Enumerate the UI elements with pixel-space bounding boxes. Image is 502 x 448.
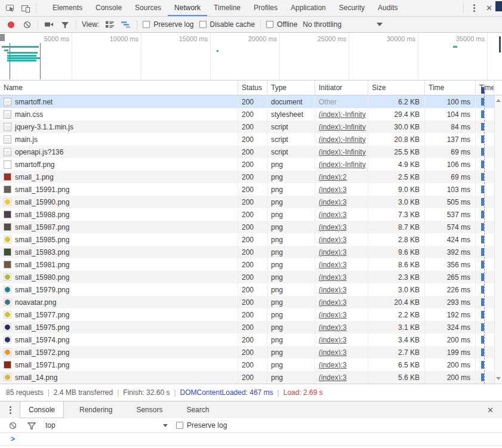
- initiator-link[interactable]: (index):3: [319, 298, 347, 307]
- initiator-link[interactable]: (index):3: [319, 323, 347, 332]
- table-row[interactable]: openapi.js?136200script(index):-Infinity…: [0, 146, 502, 158]
- initiator-link[interactable]: (index):3: [319, 348, 347, 357]
- network-overview[interactable]: 5000 ms10000 ms15000 ms20000 ms25000 ms3…: [0, 33, 502, 81]
- drawer-menu-icon[interactable]: [7, 405, 14, 415]
- console-preserve-log-checkbox[interactable]: [176, 422, 183, 429]
- drawer-tab-console[interactable]: Console: [20, 401, 64, 418]
- table-row[interactable]: noavatar.png200png(index):320.4 KB293 ms: [0, 296, 502, 308]
- tab-sources[interactable]: Sources: [128, 0, 168, 16]
- tab-security[interactable]: Security: [332, 0, 371, 16]
- table-row[interactable]: smartoff.net200documentOther6.2 KB100 ms: [0, 95, 502, 108]
- more-options-icon[interactable]: [471, 3, 478, 13]
- cell-timeline: [476, 308, 494, 321]
- table-row[interactable]: small_15990.png200png(index):33.0 KB505 …: [0, 196, 502, 208]
- drawer-tab-rendering[interactable]: Rendering: [71, 401, 121, 418]
- table-row[interactable]: small_15980.png200png(index):32.3 KB265 …: [0, 271, 502, 283]
- tab-timeline[interactable]: Timeline: [207, 0, 247, 16]
- filter-icon[interactable]: [60, 19, 70, 30]
- initiator-link[interactable]: (index):3: [319, 336, 347, 344]
- table-row[interactable]: small_15974.png200png(index):33.4 KB200 …: [0, 333, 502, 346]
- column-header-name[interactable]: Name: [0, 81, 238, 95]
- column-header-type[interactable]: Type: [267, 81, 315, 95]
- column-header-time[interactable]: Time: [425, 81, 476, 95]
- disable-cache-checkbox[interactable]: [199, 21, 207, 28]
- request-name: small_14.png: [15, 373, 57, 382]
- initiator-link[interactable]: (index):2: [319, 173, 347, 181]
- column-header-status[interactable]: Status: [238, 81, 267, 95]
- scroll-up-icon[interactable]: [496, 99, 501, 102]
- initiator-link[interactable]: (index):3: [319, 261, 347, 269]
- inspect-element-icon[interactable]: [5, 3, 16, 14]
- preserve-log-checkbox[interactable]: [143, 21, 150, 28]
- tab-audits[interactable]: Audits: [371, 0, 404, 16]
- initiator-link[interactable]: (index):3: [319, 273, 347, 282]
- table-row[interactable]: small_15987.png200png(index):38.7 KB574 …: [0, 221, 502, 233]
- initiator-link[interactable]: (index):-Infinity: [319, 135, 366, 144]
- record-network-log-icon[interactable]: [8, 21, 14, 28]
- table-row[interactable]: small_15972.png200png(index):32.7 KB199 …: [0, 346, 502, 359]
- initiator-link[interactable]: (index):3: [319, 223, 347, 231]
- console-filter-icon[interactable]: [26, 420, 37, 431]
- initiator-link[interactable]: (index):3: [319, 186, 347, 194]
- initiator-link[interactable]: (index):-Infinity: [319, 123, 366, 131]
- tab-application[interactable]: Application: [284, 0, 332, 16]
- table-scrollbar[interactable]: [494, 95, 502, 384]
- clear-network-log-icon[interactable]: [21, 19, 32, 30]
- cell-name: noavatar.png: [0, 296, 238, 308]
- screenshot-capture-icon[interactable]: [44, 19, 54, 30]
- table-row[interactable]: small_15977.png200png(index):32.2 KB192 …: [0, 308, 502, 321]
- close-devtools-icon[interactable]: ✕: [485, 3, 494, 13]
- initiator-link[interactable]: (index):3: [319, 373, 347, 382]
- initiator-link[interactable]: (index):3: [319, 248, 347, 257]
- toolbar-separator: [36, 3, 36, 13]
- column-header-timeline[interactable]: Timeline: [476, 81, 494, 95]
- close-drawer-icon[interactable]: ✕: [486, 405, 495, 415]
- tab-console[interactable]: Console: [89, 0, 128, 16]
- initiator-link[interactable]: (index):3: [319, 286, 347, 294]
- overview-window-handle[interactable]: [0, 34, 5, 41]
- tab-network[interactable]: Network: [168, 0, 207, 16]
- execution-context-selector[interactable]: top: [45, 421, 168, 430]
- drawer-tab-search[interactable]: Search: [178, 401, 217, 418]
- summary-load: Load: 2.69 s: [284, 388, 323, 397]
- initiator-link[interactable]: (index):3: [319, 211, 347, 219]
- console-prompt-row[interactable]: >: [0, 433, 502, 446]
- scroll-down-icon[interactable]: [496, 377, 501, 380]
- list-view-icon[interactable]: [104, 19, 115, 30]
- table-row[interactable]: small_15991.png200png(index):39.0 KB103 …: [0, 183, 502, 196]
- table-row[interactable]: main.css200stylesheet(index):-Infinity29…: [0, 108, 502, 121]
- overview-gridline: [210, 33, 211, 80]
- tab-profiles[interactable]: Profiles: [247, 0, 284, 16]
- table-row[interactable]: main.js200script(index):-Infinity20.8 KB…: [0, 133, 502, 146]
- initiator-link[interactable]: (index):-Infinity: [319, 160, 366, 169]
- initiator-link[interactable]: (index):3: [319, 198, 347, 206]
- column-header-initiator[interactable]: Initiator: [315, 81, 368, 95]
- table-row[interactable]: smartoff.png200png(index):-Infinity4.9 K…: [0, 158, 502, 171]
- initiator-link[interactable]: (index):3: [319, 311, 347, 319]
- table-row[interactable]: small_15983.png200png(index):39.6 KB392 …: [0, 246, 502, 258]
- initiator-link[interactable]: (index):3: [319, 361, 347, 369]
- table-row[interactable]: small_15975.png200png(index):33.1 KB324 …: [0, 321, 502, 333]
- column-header-size[interactable]: Size: [368, 81, 425, 95]
- devtools-tabs: ElementsConsoleSourcesNetworkTimelinePro…: [46, 0, 404, 16]
- throttling-dropdown-caret-icon[interactable]: [377, 23, 383, 26]
- clear-console-icon[interactable]: [7, 420, 18, 431]
- table-row[interactable]: small_15979.png200png(index):33.0 KB226 …: [0, 283, 502, 296]
- table-row[interactable]: small_15971.png200png(index):36.5 KB200 …: [0, 359, 502, 371]
- initiator-link[interactable]: (index):3: [319, 236, 347, 244]
- device-toolbar-icon[interactable]: [20, 3, 31, 14]
- table-row[interactable]: small_15981.png200png(index):38.6 KB356 …: [0, 258, 502, 271]
- cell-name: small_15988.png: [0, 208, 238, 221]
- table-row[interactable]: jquery-3.1.1.min.js200script(index):-Inf…: [0, 121, 502, 133]
- waterfall-view-icon[interactable]: [121, 19, 131, 30]
- initiator-link[interactable]: (index):-Infinity: [319, 110, 366, 119]
- table-row[interactable]: small_15988.png200png(index):37.3 KB537 …: [0, 208, 502, 221]
- table-row[interactable]: small_15985.png200png(index):32.8 KB424 …: [0, 233, 502, 246]
- drawer-tab-sensors[interactable]: Sensors: [128, 401, 171, 418]
- throttling-selected-value[interactable]: No throttling: [303, 20, 341, 29]
- table-row[interactable]: small_1.png200png(index):22.5 KB69 ms: [0, 171, 502, 183]
- initiator-link[interactable]: (index):-Infinity: [319, 148, 366, 156]
- tab-elements[interactable]: Elements: [46, 0, 89, 16]
- table-row[interactable]: small_14.png200png(index):35.6 KB200 ms: [0, 371, 502, 384]
- offline-checkbox[interactable]: [266, 21, 273, 28]
